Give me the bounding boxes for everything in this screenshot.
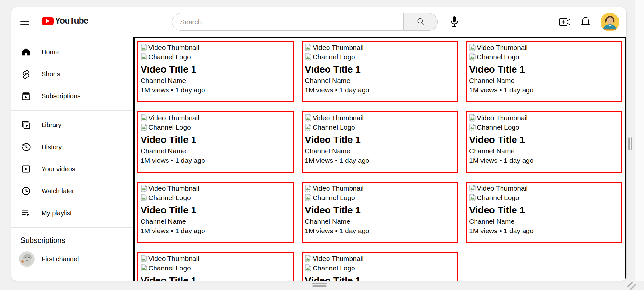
video-thumbnail-broken-image: Video Thumbnail [305,113,455,123]
channel-logo-broken-image: Channel Logo [141,263,291,273]
broken-image-icon [305,184,312,193]
broken-image-icon [469,194,476,202]
sidebar-item-watch-later[interactable]: Watch later [11,180,133,202]
sidebar-item-your-videos[interactable]: Your videos [11,158,133,180]
video-thumbnail-broken-image: Video Thumbnail [305,254,455,263]
channel-logo-alt-text: Channel Logo [148,194,191,202]
broken-image-icon [469,123,476,132]
channel-logo-alt-text: Channel Logo [477,124,519,131]
horizontal-resize-handle[interactable] [312,283,327,287]
video-card[interactable]: Video Thumbnail Channel Logo Video Title… [302,182,458,243]
main-content: Video Thumbnail Channel Logo Video Title… [133,37,626,281]
broken-image-icon [469,53,476,61]
sidebar-item-label: Subscriptions [42,92,80,100]
video-thumbnail-alt-text: Video Thumbnail [477,44,528,52]
broken-image-icon [141,194,148,202]
video-thumbnail-broken-image: Video Thumbnail [469,184,619,193]
sidebar-item-my-playlist[interactable]: My playlist [11,202,133,224]
video-thumbnail-broken-image: Video Thumbnail [469,43,619,52]
video-thumbnail-broken-image: Video Thumbnail [305,184,455,193]
video-card[interactable]: Video Thumbnail Channel Logo Video Title… [137,111,294,173]
video-title: Video Title 1 [469,64,619,75]
video-thumbnail-broken-image: Video Thumbnail [141,254,291,263]
youtube-page: YouTube [11,7,626,281]
channel-logo-alt-text: Channel Logo [313,264,355,272]
sidebar-item-subscriptions[interactable]: Subscriptions [11,85,133,107]
search-button[interactable] [403,13,438,31]
video-thumbnail-alt-text: Video Thumbnail [313,255,364,263]
corner-resize-grip[interactable] [626,280,637,290]
youtube-logo[interactable]: YouTube [42,16,88,26]
right-gutter [635,0,644,281]
video-card[interactable]: Video Thumbnail Channel Logo Video Title… [466,182,622,243]
video-meta: 1M views • 1 day ago [469,156,619,165]
subscriptions-section-header: Subscriptions [11,231,133,248]
channel-logo-alt-text: Channel Logo [477,194,519,202]
broken-image-icon [141,264,148,272]
bottom-gutter [0,290,644,298]
video-card[interactable]: Video Thumbnail Channel Logo Video Title… [137,41,294,102]
channel-logo-broken-image: Channel Logo [305,193,455,202]
video-channel-name: Channel Name [469,217,619,226]
video-card[interactable]: Video Thumbnail Channel Logo Video Title… [466,111,622,173]
video-card[interactable]: Video Thumbnail Channel Logo Video Title… [302,111,458,173]
sidebar-item-history[interactable]: History [11,136,133,158]
video-channel-name: Channel Name [469,147,619,156]
menu-icon[interactable] [20,18,29,25]
video-channel-name: Channel Name [141,217,291,226]
video-thumbnail-broken-image: Video Thumbnail [469,113,619,123]
broken-image-icon [141,43,148,52]
sidebar-item-shorts[interactable]: Shorts [11,63,133,85]
avatar[interactable] [601,13,619,31]
video-title: Video Title 1 [305,275,455,281]
video-title: Video Title 1 [469,134,619,145]
video-title: Video Title 1 [141,205,291,216]
video-thumbnail-alt-text: Video Thumbnail [477,185,528,192]
header-actions [559,7,619,37]
vertical-resize-handle[interactable] [628,137,633,150]
video-meta: 1M views • 1 day ago [469,85,619,95]
watch-later-icon [20,185,31,197]
sidebar-item-first-channel[interactable]: First channel [11,248,133,270]
broken-image-icon [469,114,476,122]
shorts-icon [20,68,31,79]
video-card[interactable]: Video Thumbnail Channel Logo Video Title… [302,41,458,102]
video-card[interactable]: Video Thumbnail Channel Logo Video Title… [137,182,294,243]
video-title: Video Title 1 [141,275,291,281]
video-thumbnail-alt-text: Video Thumbnail [313,185,364,192]
broken-image-icon [305,255,312,263]
broken-image-icon [305,114,312,122]
video-thumbnail-broken-image: Video Thumbnail [141,43,291,52]
sidebar-item-label: Library [42,121,61,129]
broken-image-icon [305,264,312,272]
video-thumbnail-alt-text: Video Thumbnail [313,44,364,52]
sidebar-item-library[interactable]: Library [11,114,133,136]
playlist-icon [20,208,31,219]
channel-logo-alt-text: Channel Logo [477,53,519,61]
channel-logo-broken-image: Channel Logo [469,193,619,202]
video-title: Video Title 1 [141,134,291,145]
broken-image-icon [141,114,148,122]
broken-image-icon [305,194,312,202]
channel-name-label: First channel [42,256,79,263]
video-title: Video Title 1 [305,134,455,145]
channel-logo-broken-image: Channel Logo [469,52,619,62]
search-input[interactable] [172,13,403,31]
sidebar-item-label: Home [42,48,59,56]
broken-image-icon [469,184,476,193]
channel-logo-broken-image: Channel Logo [141,52,291,62]
video-card[interactable]: Video Thumbnail Channel Logo Video Title… [466,41,622,102]
video-card[interactable]: Video Thumbnail Channel Logo Video Title… [302,252,458,281]
bell-icon[interactable] [580,16,591,28]
your-videos-icon [20,163,31,174]
sidebar-item-home[interactable]: Home [11,41,133,63]
sidebar-item-label: Shorts [42,70,60,78]
video-channel-name: Channel Name [305,76,455,85]
home-icon [20,46,31,57]
microphone-icon[interactable] [449,15,460,29]
broken-image-icon [469,43,476,52]
create-video-icon[interactable] [559,18,571,27]
channel-logo-alt-text: Channel Logo [313,124,355,131]
video-thumbnail-alt-text: Video Thumbnail [313,114,364,122]
video-card[interactable]: Video Thumbnail Channel Logo Video Title… [137,252,294,281]
